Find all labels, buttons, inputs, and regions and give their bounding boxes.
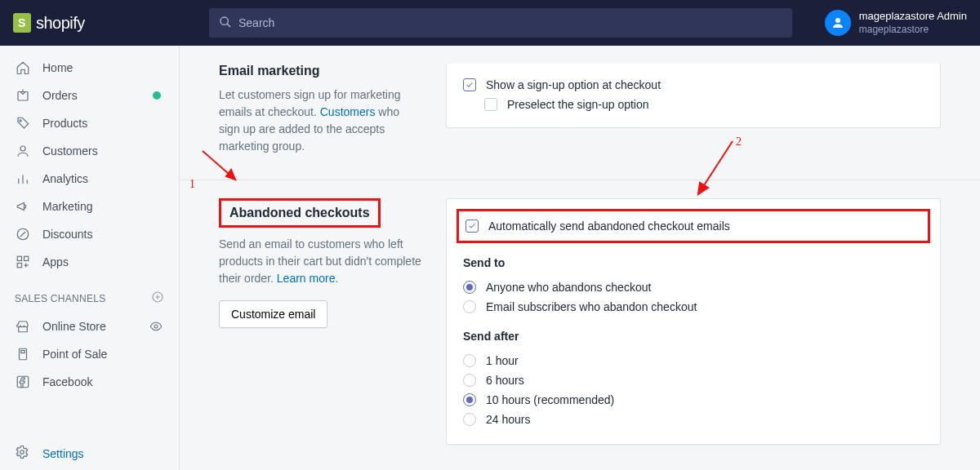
user-store: mageplazastore [859, 24, 967, 37]
send-to-anyone-row[interactable]: Anyone who abandons checkout [463, 277, 924, 297]
nav-home[interactable]: Home [7, 54, 172, 82]
svg-rect-10 [17, 256, 21, 260]
send-after-6h-row[interactable]: 6 hours [463, 370, 924, 390]
svg-point-0 [220, 17, 228, 24]
discount-icon [15, 227, 31, 242]
top-bar: shopify mageplazastore Admin mageplazast… [0, 0, 980, 46]
sidebar: Home Orders Products Customers Analytics [0, 46, 180, 470]
radio-selected-icon[interactable] [463, 281, 476, 294]
checkbox-label: Automatically send abandoned checkout em… [488, 219, 730, 233]
nav-label: Point of Sale [42, 348, 107, 361]
nav-label: Facebook [42, 375, 92, 388]
radio-icon[interactable] [463, 413, 476, 426]
send-after-1h-row[interactable]: 1 hour [463, 351, 924, 370]
nav-customers[interactable]: Customers [7, 137, 172, 165]
nav-label: Marketing [42, 200, 92, 213]
nav-apps[interactable]: Apps [7, 248, 172, 276]
user-menu[interactable]: mageplazastore Admin mageplazastore [808, 10, 967, 36]
customers-link[interactable]: Customers [320, 105, 376, 118]
section-description: Let customers sign up for marketing emai… [219, 86, 421, 155]
tag-icon [15, 116, 31, 131]
bar-chart-icon [15, 171, 31, 186]
nav-orders[interactable]: Orders [7, 82, 172, 109]
nav-discounts[interactable]: Discounts [7, 220, 172, 248]
sales-channels-header: SALES CHANNELS [7, 276, 172, 313]
svg-point-2 [835, 18, 840, 23]
facebook-icon [15, 375, 31, 389]
user-info: mageplazastore Admin mageplazastore [859, 10, 967, 36]
checkbox-label: Preselect the sign-up option [507, 98, 649, 111]
search-bar[interactable] [209, 8, 792, 38]
nav-settings[interactable]: Settings [0, 437, 179, 470]
send-after-10h-row[interactable]: 10 hours (recommended) [463, 390, 924, 410]
nav-analytics[interactable]: Analytics [7, 165, 172, 193]
abandoned-card: Automatically send abandoned checkout em… [446, 198, 941, 445]
svg-point-18 [154, 325, 158, 328]
brand-text: shopify [36, 14, 85, 33]
orders-badge [153, 91, 161, 100]
send-after-heading: Send after [463, 330, 924, 343]
radio-label: 6 hours [486, 374, 524, 387]
nav-point-of-sale[interactable]: Point of Sale [7, 340, 172, 368]
nav-marketing[interactable]: Marketing [7, 193, 172, 220]
svg-line-1 [227, 24, 230, 27]
learn-more-link[interactable]: Learn more [277, 272, 336, 285]
annotation-highlight-1: Abandoned checkouts [219, 198, 381, 228]
plus-circle-icon[interactable] [151, 290, 164, 306]
store-icon [15, 319, 31, 334]
nav-label: Home [42, 61, 73, 74]
radio-label: 10 hours (recommended) [486, 393, 614, 406]
home-icon [15, 60, 31, 75]
orders-icon [15, 88, 31, 103]
radio-icon[interactable] [463, 300, 476, 313]
section-title: Abandoned checkouts [229, 206, 370, 220]
logo[interactable]: shopify [13, 13, 176, 33]
nav-label: Online Store [42, 320, 106, 333]
nav-label: Analytics [42, 172, 88, 185]
auto-send-row[interactable]: Automatically send abandoned checkout em… [466, 216, 921, 236]
email-marketing-section: Email marketing Let customers sign up fo… [180, 46, 980, 180]
annotation-highlight-2: Automatically send abandoned checkout em… [457, 209, 930, 243]
radio-icon[interactable] [463, 374, 476, 387]
signup-option-row[interactable]: Show a sign-up option at checkout [463, 75, 924, 95]
checkbox-label: Show a sign-up option at checkout [486, 78, 661, 91]
radio-label: Email subscribers who abandon checkout [486, 300, 697, 313]
nav-facebook[interactable]: Facebook [7, 368, 172, 396]
customize-email-button[interactable]: Customize email [219, 300, 327, 328]
avatar-icon [825, 10, 851, 36]
nav-online-store[interactable]: Online Store [7, 313, 172, 340]
person-icon [15, 144, 31, 158]
eye-icon[interactable] [148, 320, 164, 333]
nav-products[interactable]: Products [7, 109, 172, 137]
radio-label: Anyone who abandons checkout [486, 281, 651, 294]
checkbox-checked-icon[interactable] [463, 78, 476, 91]
svg-rect-3 [18, 92, 28, 101]
pos-icon [15, 347, 31, 361]
checkbox-unchecked-icon[interactable] [484, 98, 497, 111]
apps-icon [15, 255, 31, 269]
email-marketing-card: Show a sign-up option at checkout Presel… [446, 64, 941, 128]
radio-icon[interactable] [463, 354, 476, 367]
settings-label: Settings [42, 447, 84, 460]
abandoned-checkouts-section: Abandoned checkouts Send an email to cus… [180, 180, 980, 469]
send-after-24h-row[interactable]: 24 hours [463, 410, 924, 429]
radio-selected-icon[interactable] [463, 393, 476, 406]
svg-rect-11 [24, 256, 29, 260]
user-name: mageplazastore Admin [859, 10, 967, 24]
nav-label: Discounts [42, 228, 92, 241]
radio-label: 24 hours [486, 413, 530, 426]
send-to-subscribers-row[interactable]: Email subscribers who abandon checkout [463, 297, 924, 317]
section-description: Send an email to customers who left prod… [219, 236, 421, 287]
search-input[interactable] [238, 16, 782, 29]
svg-rect-12 [17, 264, 21, 268]
nav-label: Customers [42, 144, 98, 157]
gear-icon [15, 445, 31, 462]
radio-label: 1 hour [486, 354, 519, 367]
nav-label: Apps [42, 255, 69, 268]
preselect-option-row[interactable]: Preselect the sign-up option [463, 95, 924, 114]
svg-rect-20 [21, 351, 25, 353]
checkbox-checked-icon[interactable] [466, 219, 479, 233]
nav-label: Products [42, 117, 87, 130]
svg-point-5 [20, 146, 25, 151]
megaphone-icon [15, 199, 31, 214]
